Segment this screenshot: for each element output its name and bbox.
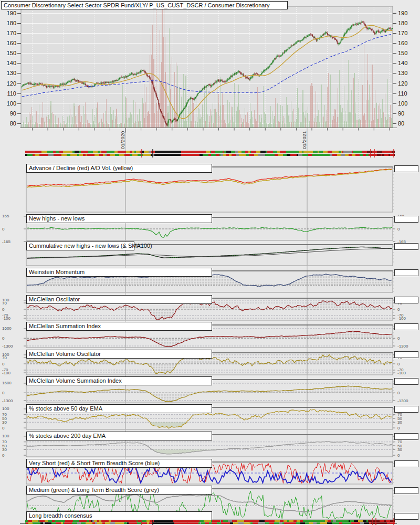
- svg-text:160: 160: [7, 40, 16, 46]
- svg-text:100: 100: [398, 100, 407, 107]
- panel-ytick: 30: [2, 420, 7, 425]
- x-axis-label: 01/2020: [120, 131, 125, 149]
- panel-label-long-breadth-consensus: Long breadth consensus: [26, 511, 212, 520]
- panel-label-weinstein-momentum: Weinstein Momentum: [26, 268, 212, 277]
- right-margin-box: [394, 165, 418, 172]
- chart-title: Consumer Discretionary Select Sector SPD…: [1, 1, 288, 9]
- svg-text:120: 120: [398, 80, 407, 87]
- svg-text:80: 80: [398, 120, 404, 127]
- right-margin-box: [394, 406, 418, 413]
- panel-ytick: 0: [2, 336, 5, 341]
- panel-ytick: 30: [397, 420, 402, 425]
- right-margin-box: [394, 351, 418, 358]
- panel-ytick: 100: [2, 406, 9, 411]
- svg-text:170: 170: [7, 30, 16, 36]
- svg-text:90: 90: [398, 110, 404, 117]
- panel-ytick: 0: [397, 307, 400, 312]
- right-margin-box: [394, 513, 418, 520]
- panel-label-mcclellan-volume-summation: McClellan Volume Summation Index: [26, 376, 212, 385]
- panel-ytick: 0: [397, 362, 400, 366]
- svg-text:140: 140: [398, 60, 407, 66]
- panel-ytick: 0: [397, 227, 400, 232]
- panel-label-pct-above-50ema: % stocks above 50 day EMA: [26, 404, 212, 413]
- svg-text:170: 170: [398, 30, 407, 36]
- svg-text:90: 90: [10, 110, 16, 117]
- svg-text:130: 130: [398, 70, 407, 76]
- svg-text:160: 160: [398, 40, 407, 46]
- panel-ytick: 1600: [2, 381, 12, 385]
- svg-text:80: 80: [10, 120, 16, 127]
- svg-text:110: 110: [398, 90, 407, 97]
- right-margin-box: [394, 433, 418, 440]
- right-margin-box: [394, 378, 418, 385]
- right-margin-box: [394, 460, 418, 467]
- svg-text:180: 180: [7, 20, 16, 26]
- svg-text:180: 180: [398, 20, 407, 26]
- panel-label-pct-above-200ema: % stocks above 200 day EMA: [26, 432, 212, 440]
- panel-ytick: 0: [2, 453, 5, 458]
- panel-ytick: 1600: [2, 326, 12, 331]
- svg-text:190: 190: [7, 10, 16, 16]
- svg-text:140: 140: [7, 60, 16, 66]
- panel-ytick: 0: [2, 391, 5, 395]
- right-margin-box: [394, 216, 418, 223]
- panel-ytick: 0: [397, 336, 400, 341]
- market-ribbon: [25, 149, 395, 158]
- right-margin-box: [394, 269, 418, 276]
- panel-ytick: 0: [397, 426, 400, 430]
- panel-label-advance-decline: Advance / Decline (red) A/D Vol. (yellow…: [26, 164, 212, 173]
- panel-ytick: 70: [2, 301, 7, 306]
- panel-label-mcclellan-summation: McClellan Summation Index: [26, 322, 212, 331]
- panel-ytick: 165: [2, 214, 9, 218]
- panel-ytick: -100: [397, 316, 406, 321]
- svg-text:120: 120: [7, 80, 16, 87]
- right-margin-box: [394, 297, 418, 303]
- panel-ytick: -100: [2, 316, 11, 321]
- panel-label-mcclellan-oscillator: McClellan Oscillator: [26, 295, 212, 304]
- panel-label-medium-breadth: Medium (green) & Long Term Breadth Score…: [26, 486, 212, 495]
- panel-ytick: 0: [2, 362, 5, 366]
- right-margin-box: [394, 487, 418, 494]
- svg-text:190: 190: [398, 10, 407, 16]
- panel-ytick: 30: [2, 447, 7, 452]
- svg-text:110: 110: [7, 90, 16, 97]
- right-margin-box: [394, 323, 418, 330]
- panel-ytick: -165: [2, 239, 11, 244]
- panel-ytick: -1300: [397, 344, 408, 349]
- panel-ytick: 0: [397, 453, 400, 458]
- right-margin-box: [394, 243, 418, 250]
- svg-text:150: 150: [398, 50, 407, 56]
- x-axis-label: 01/2021: [301, 131, 307, 149]
- svg-text:150: 150: [7, 50, 16, 56]
- panel-ytick: -1300: [2, 398, 13, 403]
- panel-ytick: -100: [397, 371, 406, 375]
- panel-ytick: 30: [397, 447, 402, 452]
- panel-label-very-short-breadth: Very Short (red) & Short Term Breadth Sc…: [26, 459, 212, 468]
- panel-label-cumulative-nh-nl: Cummulative new highs - new lows (& SMA1…: [26, 242, 134, 250]
- panel-ytick: -100: [2, 371, 11, 375]
- panel-ytick: 0: [2, 426, 5, 430]
- svg-text:100: 100: [7, 100, 16, 107]
- panel-ytick: 0: [397, 391, 400, 395]
- charting-app: 01/202001/202119019018018017017016016015…: [0, 0, 420, 525]
- panel-ytick: -1300: [397, 398, 408, 403]
- panel-ytick: 100: [2, 434, 9, 438]
- panel-ytick: 0: [2, 307, 5, 312]
- panel-ytick: 70: [2, 355, 7, 360]
- svg-text:130: 130: [7, 70, 16, 76]
- chart-canvas[interactable]: 01/202001/202119019018018017017016016015…: [0, 0, 420, 525]
- panel-ytick: -1300: [2, 344, 13, 349]
- panel-label-mcclellan-volume-oscillator: McClellan Volume Oscillator: [26, 350, 212, 359]
- panel-label-net-new-highs: New highs - new lows: [26, 214, 212, 223]
- panel-ytick: 0: [2, 227, 5, 232]
